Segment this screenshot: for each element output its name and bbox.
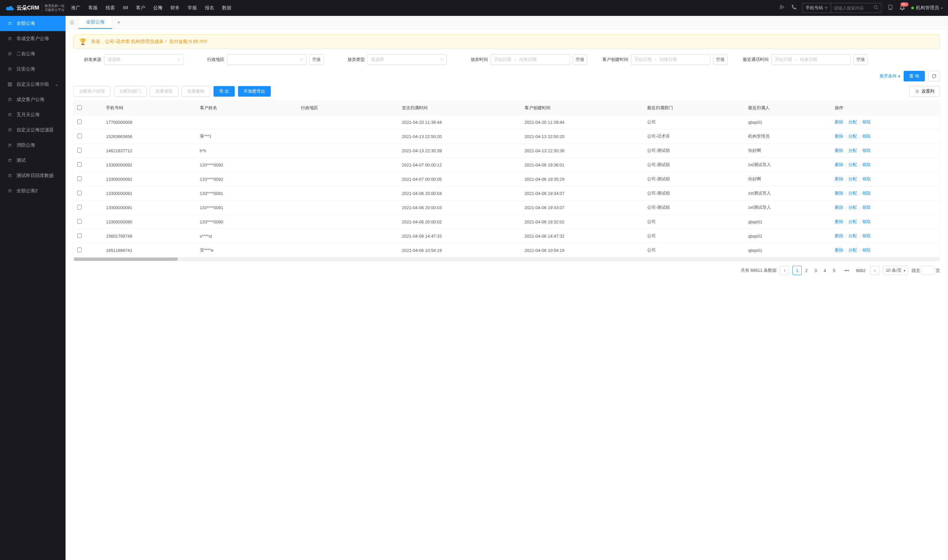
batch-delete-button[interactable]: 批量删除: [182, 86, 210, 97]
row-assign-link[interactable]: 分配: [848, 247, 857, 253]
row-delete-link[interactable]: 删除: [835, 176, 843, 182]
sidebar-item-3[interactable]: 注安公海: [0, 62, 66, 77]
refresh-button[interactable]: [928, 71, 940, 82]
column-settings-button[interactable]: 设置列: [909, 86, 940, 97]
nav-item-8[interactable]: 报名: [205, 5, 214, 11]
row-checkbox[interactable]: [77, 176, 82, 181]
row-checkbox[interactable]: [77, 191, 82, 195]
nav-item-7[interactable]: 学服: [188, 5, 197, 11]
row-claim-link[interactable]: 领取: [862, 233, 871, 239]
row-assign-link[interactable]: 分配: [848, 219, 857, 225]
export-button[interactable]: 导 出: [214, 86, 235, 97]
batch-claim-button[interactable]: 批量领取: [150, 86, 179, 97]
row-assign-link[interactable]: 分配: [848, 162, 857, 168]
sidebar-item-9[interactable]: 测试: [0, 153, 66, 168]
row-claim-link[interactable]: 领取: [862, 176, 871, 182]
row-checkbox[interactable]: [77, 248, 82, 252]
user-add-icon[interactable]: [779, 4, 785, 12]
sidebar-item-2[interactable]: 二咨公海: [0, 46, 66, 62]
row-checkbox[interactable]: [77, 162, 82, 167]
row-checkbox[interactable]: [77, 219, 82, 224]
nav-item-4[interactable]: 客户: [136, 5, 145, 11]
tab-add-button[interactable]: +: [112, 16, 125, 29]
sidebar-item-5[interactable]: 成交客户公海: [0, 92, 66, 107]
last-page[interactable]: 6882: [855, 266, 867, 275]
prev-page-button[interactable]: ‹: [780, 266, 789, 275]
page-3[interactable]: 3: [811, 266, 820, 275]
sidebar-item-7[interactable]: 自定义公海过滤器: [0, 123, 66, 138]
row-claim-link[interactable]: 领取: [862, 247, 871, 253]
row-assign-link[interactable]: 分配: [848, 148, 857, 154]
sidebar-item-4[interactable]: 自定义公海分组⌄: [0, 77, 66, 92]
row-checkbox[interactable]: [77, 205, 82, 209]
tab-all-public[interactable]: 全部公海: [79, 16, 112, 29]
row-checkbox[interactable]: [77, 233, 82, 238]
query-button[interactable]: 查 询: [903, 71, 925, 82]
row-claim-link[interactable]: 领取: [862, 205, 871, 211]
nav-item-5[interactable]: 公海: [153, 5, 163, 11]
filter-region-null[interactable]: 空值: [309, 54, 324, 65]
search-input[interactable]: [831, 6, 871, 11]
row-assign-link[interactable]: 分配: [848, 190, 857, 196]
row-claim-link[interactable]: 领取: [862, 133, 871, 139]
filter-recent-call-null[interactable]: 空值: [853, 54, 868, 65]
row-delete-link[interactable]: 删除: [835, 233, 843, 239]
sidebar-item-1[interactable]: 非成交客户公海: [0, 31, 66, 46]
row-delete-link[interactable]: 删除: [835, 247, 843, 253]
row-assign-link[interactable]: 分配: [848, 205, 857, 211]
page-2[interactable]: 2: [802, 266, 811, 275]
search-type-select[interactable]: 手机号码 ▽: [802, 3, 831, 12]
export-plain-button[interactable]: 不加密导出: [238, 86, 271, 97]
row-delete-link[interactable]: 删除: [835, 119, 843, 125]
page-jump-input[interactable]: [921, 266, 934, 275]
filter-region-select[interactable]: ▽: [227, 54, 306, 65]
sidebar-item-6[interactable]: 五月天公海: [0, 107, 66, 123]
nav-item-3[interactable]: IM: [123, 5, 128, 11]
sidebar-item-8[interactable]: 消防公海: [0, 138, 66, 153]
row-delete-link[interactable]: 删除: [835, 205, 843, 211]
assign-dept-button[interactable]: 分配到部门: [114, 86, 147, 97]
row-claim-link[interactable]: 领取: [862, 162, 871, 168]
bell-icon[interactable]: 99+: [899, 4, 905, 12]
nav-item-2[interactable]: 线索: [106, 5, 115, 11]
nav-item-6[interactable]: 财务: [171, 5, 180, 11]
row-delete-link[interactable]: 删除: [835, 190, 843, 196]
search-icon[interactable]: [871, 5, 881, 11]
tablet-icon[interactable]: [887, 4, 893, 12]
filter-create-time-null[interactable]: 空值: [713, 54, 728, 65]
nav-item-1[interactable]: 客服: [88, 5, 98, 11]
nav-item-0[interactable]: 推广: [71, 5, 80, 11]
row-checkbox[interactable]: [77, 134, 82, 138]
row-claim-link[interactable]: 领取: [862, 148, 871, 154]
sidebar-item-11[interactable]: 全部公海2: [0, 183, 66, 198]
nav-item-9[interactable]: 数据: [222, 5, 231, 11]
row-checkbox[interactable]: [77, 148, 82, 152]
phone-icon[interactable]: [791, 4, 797, 12]
filter-recent-call-range[interactable]: 开始日期~结束日期: [771, 54, 851, 65]
select-all-checkbox[interactable]: [77, 105, 82, 110]
filter-abandon-time-null[interactable]: 空值: [572, 54, 587, 65]
row-delete-link[interactable]: 删除: [835, 148, 843, 154]
sidebar-item-10[interactable]: 测试昨日回库数据: [0, 168, 66, 183]
row-claim-link[interactable]: 领取: [862, 190, 871, 196]
filter-create-time-range[interactable]: 开始日期~结束日期: [631, 54, 710, 65]
user-menu[interactable]: 机构管理员 ▾: [911, 5, 943, 11]
sidebar-item-0[interactable]: 全部公海: [0, 16, 66, 31]
expand-filters-link[interactable]: 展开条件 ▾: [879, 73, 900, 79]
row-assign-link[interactable]: 分配: [848, 233, 857, 239]
horizontal-scrollbar[interactable]: [74, 257, 940, 261]
page-size-select[interactable]: 10 条/页▾: [883, 266, 908, 275]
tab-collapse-icon[interactable]: ☰: [66, 16, 79, 29]
row-assign-link[interactable]: 分配: [848, 119, 857, 125]
assign-manager-button[interactable]: 分配客户经理: [74, 86, 111, 97]
row-claim-link[interactable]: 领取: [862, 119, 871, 125]
page-ellipsis[interactable]: •••: [842, 266, 851, 275]
filter-abandon-time-range[interactable]: 开始日期~结束日期: [491, 54, 570, 65]
filter-source-select[interactable]: 请选择▽: [104, 54, 183, 65]
row-assign-link[interactable]: 分配: [848, 133, 857, 139]
page-4[interactable]: 4: [820, 266, 830, 275]
row-delete-link[interactable]: 删除: [835, 162, 843, 168]
row-assign-link[interactable]: 分配: [848, 176, 857, 182]
page-5[interactable]: 5: [830, 266, 839, 275]
row-delete-link[interactable]: 删除: [835, 219, 843, 225]
